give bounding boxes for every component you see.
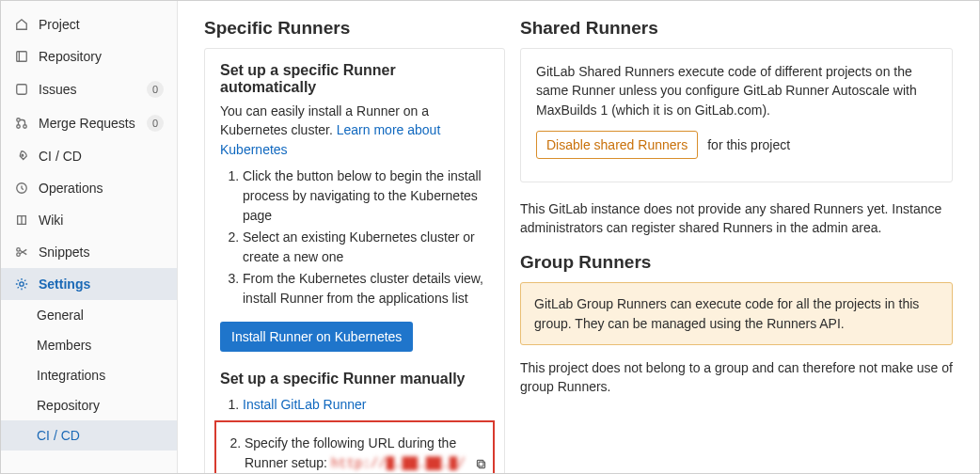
shared-runners-desc: GitLab Shared Runners execute code of di… [536, 62, 937, 119]
specific-runners-card: Set up a specific Runner automatically Y… [204, 48, 505, 473]
auto-steps-list: Click the button below to begin the inst… [224, 166, 489, 308]
svg-rect-10 [479, 462, 485, 468]
disable-shared-row: Disable shared Runners for this project [536, 131, 937, 159]
auto-setup-title: Set up a specific Runner automatically [220, 62, 489, 96]
svg-point-5 [22, 154, 24, 156]
specific-runners-heading: Specific Runners [204, 18, 505, 39]
manual-step-1: Install GitLab Runner [243, 395, 489, 415]
manual-steps-list-highlight: Specify the following URL during the Run… [226, 434, 487, 473]
install-gitlab-runner-link[interactable]: Install GitLab Runner [243, 397, 367, 412]
highlight-box: Specify the following URL during the Run… [214, 420, 495, 473]
runner-url: http://█.██.██.█/ [331, 456, 466, 471]
specific-runners-column: Specific Runners Set up a specific Runne… [197, 18, 513, 464]
shared-runners-card: GitLab Shared Runners execute code of di… [520, 48, 953, 182]
sidebar-item-wiki[interactable]: Wiki [1, 204, 177, 236]
sidebar-item-label: Operations [39, 181, 164, 196]
operations-icon [14, 181, 29, 196]
sidebar-item-label: Repository [39, 49, 164, 64]
svg-point-7 [17, 248, 21, 252]
sidebar-item-merge-requests[interactable]: Merge Requests 0 [1, 106, 177, 140]
home-icon [14, 17, 29, 32]
repo-icon [14, 49, 29, 64]
settings-submenu: General Members Integrations Repository … [1, 300, 177, 450]
issues-icon [14, 82, 29, 97]
merge-icon [14, 116, 29, 131]
sidebar-item-project[interactable]: Project [1, 8, 177, 40]
sidebar-item-label: Merge Requests [39, 116, 147, 131]
manual-step-2: Specify the following URL during the Run… [245, 434, 487, 473]
manual-setup-title: Set up a specific Runner manually [220, 371, 489, 387]
svg-rect-11 [477, 460, 483, 466]
sidebar-item-label: Wiki [39, 213, 164, 228]
sidebar-item-cicd[interactable]: CI / CD [1, 140, 177, 172]
gear-icon [14, 276, 29, 292]
auto-step: From the Kubernetes cluster details view… [243, 269, 489, 308]
sidebar-item-label: Project [39, 17, 164, 32]
subitem-repository[interactable]: Repository [1, 390, 177, 420]
group-runners-heading: Group Runners [520, 252, 953, 273]
shared-runners-note: This GitLab instance does not provide an… [520, 199, 953, 238]
svg-point-2 [17, 118, 21, 122]
sidebar-item-snippets[interactable]: Snippets [1, 236, 177, 268]
for-this-project-label: for this project [707, 137, 790, 152]
issues-badge: 0 [147, 81, 164, 98]
install-runner-button[interactable]: Install Runner on Kubernetes [220, 322, 413, 352]
svg-point-4 [24, 125, 27, 129]
sidebar-item-issues[interactable]: Issues 0 [1, 72, 177, 106]
sidebar-item-operations[interactable]: Operations [1, 172, 177, 204]
subitem-members[interactable]: Members [1, 330, 177, 360]
sidebar-item-settings[interactable]: Settings [1, 268, 177, 300]
svg-rect-0 [17, 52, 27, 62]
auto-step: Click the button below to begin the inst… [243, 166, 489, 226]
group-runners-note: This project does not belong to a group … [520, 358, 953, 397]
scissors-icon [14, 245, 29, 260]
subitem-cicd[interactable]: CI / CD [1, 420, 177, 450]
app-root: Project Repository Issues 0 Merge Reques… [0, 0, 980, 474]
sidebar-item-label: Settings [39, 276, 164, 292]
svg-point-9 [20, 282, 24, 286]
book-icon [14, 213, 29, 228]
svg-rect-1 [17, 85, 27, 95]
sidebar-item-label: CI / CD [39, 149, 164, 164]
auto-step: Select an existing Kubernetes cluster or… [243, 228, 489, 267]
sidebar-item-label: Snippets [39, 245, 164, 260]
sidebar-item-label: Issues [39, 82, 147, 97]
subitem-general[interactable]: General [1, 300, 177, 330]
sidebar: Project Repository Issues 0 Merge Reques… [1, 1, 178, 473]
manual-steps-list: Install GitLab Runner [224, 395, 489, 415]
rocket-icon [14, 149, 29, 164]
mr-badge: 0 [147, 115, 164, 132]
svg-point-3 [17, 125, 21, 129]
copy-url-icon[interactable] [475, 458, 487, 470]
auto-setup-desc: You can easily install a Runner on a Kub… [220, 102, 489, 159]
sidebar-item-repository[interactable]: Repository [1, 40, 177, 72]
subitem-integrations[interactable]: Integrations [1, 360, 177, 390]
disable-shared-runners-button[interactable]: Disable shared Runners [536, 131, 698, 159]
group-runners-callout: GitLab Group Runners can execute code fo… [520, 282, 953, 345]
svg-point-8 [17, 253, 21, 257]
shared-runners-heading: Shared Runners [520, 18, 953, 39]
right-column: Shared Runners GitLab Shared Runners exe… [513, 18, 960, 464]
main-content: Specific Runners Set up a specific Runne… [178, 1, 979, 473]
